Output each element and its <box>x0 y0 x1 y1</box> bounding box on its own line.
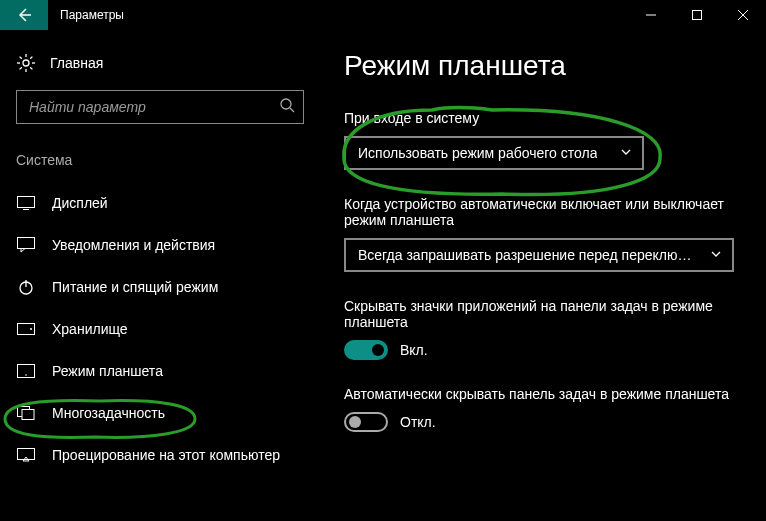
hideicons-toggle[interactable] <box>344 340 388 360</box>
multitask-icon <box>16 404 36 422</box>
sidebar-item-tablet-mode[interactable]: Режим планшета <box>16 350 304 392</box>
sidebar-item-multitasking[interactable]: Многозадачность <box>16 392 304 434</box>
svg-rect-23 <box>18 449 35 460</box>
svg-rect-0 <box>693 11 702 20</box>
sidebar-item-label: Дисплей <box>52 195 108 211</box>
svg-rect-22 <box>22 410 34 420</box>
sidebar-item-label: Уведомления и действия <box>52 237 215 253</box>
home-link[interactable]: Главная <box>16 48 304 90</box>
sidebar-item-label: Проецирование на этот компьютер <box>52 447 280 463</box>
sidebar-item-label: Режим планшета <box>52 363 163 379</box>
chevron-down-icon <box>620 145 632 161</box>
sidebar: Главная Система Дисплей Уведомления и де… <box>0 30 320 521</box>
hidetaskbar-toggle[interactable] <box>344 412 388 432</box>
home-label: Главная <box>50 55 103 71</box>
search-box[interactable] <box>16 90 304 124</box>
sidebar-item-projecting[interactable]: Проецирование на этот компьютер <box>16 434 304 476</box>
main-content: Режим планшета При входе в систему Испол… <box>320 30 766 521</box>
sidebar-item-label: Питание и спящий режим <box>52 279 218 295</box>
arrow-left-icon <box>16 7 32 23</box>
toggle-state: Вкл. <box>400 342 428 358</box>
sidebar-item-storage[interactable]: Хранилище <box>16 308 304 350</box>
svg-line-8 <box>20 67 22 69</box>
chevron-down-icon <box>710 247 722 263</box>
message-icon <box>16 236 36 254</box>
sidebar-item-display[interactable]: Дисплей <box>16 182 304 224</box>
minimize-button[interactable] <box>628 0 674 30</box>
svg-point-10 <box>281 99 291 109</box>
project-icon <box>16 446 36 464</box>
svg-point-20 <box>25 374 27 376</box>
titlebar: Параметры <box>0 0 766 30</box>
gear-icon <box>16 54 36 72</box>
window-title: Параметры <box>60 8 124 22</box>
storage-icon <box>16 320 36 338</box>
sidebar-item-label: Многозадачность <box>52 405 165 421</box>
window-controls <box>628 0 766 30</box>
svg-rect-14 <box>18 238 35 249</box>
power-icon <box>16 278 36 296</box>
sidebar-item-label: Хранилище <box>52 321 128 337</box>
page-title: Режим планшета <box>344 50 742 82</box>
monitor-icon <box>16 194 36 212</box>
hideicons-label: Скрывать значки приложений на панели зад… <box>344 298 734 330</box>
sidebar-item-notifications[interactable]: Уведомления и действия <box>16 224 304 266</box>
close-icon <box>738 10 748 20</box>
svg-line-7 <box>30 67 32 69</box>
svg-line-9 <box>30 57 32 59</box>
dropdown-value: Использовать режим рабочего стола <box>358 145 597 161</box>
svg-line-6 <box>20 57 22 59</box>
back-button[interactable] <box>0 0 48 30</box>
search-icon <box>279 97 295 117</box>
svg-point-1 <box>23 60 29 66</box>
dropdown-value: Всегда запрашивать разрешение перед пере… <box>358 247 691 263</box>
maximize-button[interactable] <box>674 0 720 30</box>
signin-label: При входе в систему <box>344 110 734 126</box>
svg-line-11 <box>290 108 294 112</box>
sidebar-item-power[interactable]: Питание и спящий режим <box>16 266 304 308</box>
tablet-icon <box>16 362 36 380</box>
toggle-state: Откл. <box>400 414 436 430</box>
minimize-icon <box>646 10 656 20</box>
svg-point-18 <box>30 328 32 330</box>
autoswitch-label: Когда устройство автоматически включает … <box>344 196 734 228</box>
search-input[interactable] <box>29 99 279 115</box>
close-button[interactable] <box>720 0 766 30</box>
maximize-icon <box>692 10 702 20</box>
signin-dropdown[interactable]: Использовать режим рабочего стола <box>344 136 644 170</box>
hidetaskbar-label: Автоматически скрывать панель задач в ре… <box>344 386 734 402</box>
svg-rect-12 <box>18 197 35 208</box>
section-title: Система <box>16 152 304 168</box>
autoswitch-dropdown[interactable]: Всегда запрашивать разрешение перед пере… <box>344 238 734 272</box>
